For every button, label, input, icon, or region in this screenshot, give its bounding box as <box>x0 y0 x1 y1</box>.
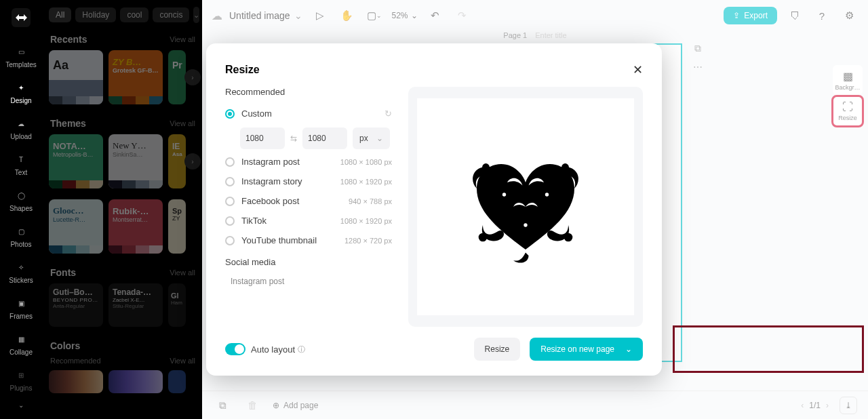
svg-point-6 <box>545 193 549 196</box>
preview-artwork <box>465 146 587 268</box>
colors-viewall[interactable]: View all <box>170 357 195 365</box>
option-youtube-thumb[interactable]: YouTube thumbnail1280 × 720 px <box>225 231 392 250</box>
resize-dialog: Resize ✕ Recommended Custom ↻ ⇆ px⌄ Inst… <box>206 43 662 376</box>
font-card[interactable]: Gl Ham <box>168 283 186 327</box>
chevron-down-icon: ⌄ <box>376 134 383 143</box>
chip-more[interactable]: ⌄ <box>193 7 199 23</box>
recent-card[interactable]: ZY B… Grotesk GF-B… <box>108 50 163 104</box>
chevron-right-icon: › <box>191 74 193 81</box>
nav-frames[interactable]: ▣Frames <box>0 291 42 327</box>
photos-icon: ▢ <box>14 224 28 238</box>
svg-point-7 <box>524 223 527 226</box>
close-button[interactable]: ✕ <box>633 62 643 77</box>
theme-card[interactable]: Rubik-… Montserrat… <box>108 199 163 254</box>
resize-preview <box>408 87 643 327</box>
app-logo[interactable] <box>9 5 33 30</box>
left-nav: ▭Templates ✦Design ☁Upload TText ◯Shapes… <box>0 0 42 419</box>
chip-all[interactable]: All <box>49 7 71 22</box>
frames-icon: ▣ <box>14 296 28 310</box>
nav-stickers[interactable]: ✧Stickers <box>0 255 42 291</box>
nav-templates[interactable]: ▭Templates <box>0 39 42 75</box>
upload-icon: ☁ <box>14 117 28 130</box>
info-icon[interactable]: ⓘ <box>298 344 305 355</box>
option-instagram-story[interactable]: Instagram story1080 × 1920 px <box>225 172 392 191</box>
design-panel: All Holiday cool concis ⌄ RecentsView al… <box>42 0 202 419</box>
nav-upload[interactable]: ☁Upload <box>0 111 42 147</box>
theme-card[interactable]: IE Asa <box>168 134 186 188</box>
chevron-right-icon: › <box>191 158 193 165</box>
nav-more[interactable]: ⌄ <box>18 401 24 409</box>
chevron-down-icon: ⌄ <box>193 11 199 20</box>
chip-concise[interactable]: concis <box>153 7 189 22</box>
auto-layout-label: Auto layoutⓘ <box>251 344 305 355</box>
section-themes-title: Themes <box>50 118 86 129</box>
colors-recommended-label: Recommended <box>50 357 101 365</box>
option-facebook-post[interactable]: Facebook post940 × 788 px <box>225 191 392 211</box>
nav-design[interactable]: ✦Design <box>0 75 42 111</box>
radio-icon <box>225 197 235 206</box>
text-icon: T <box>14 153 28 166</box>
resize-button[interactable]: Resize <box>474 338 521 361</box>
recommended-heading: Recommended <box>225 87 392 97</box>
plugins-icon: ⊞ <box>14 368 28 382</box>
option-instagram-post[interactable]: Instagram post1080 × 1080 px <box>225 152 392 172</box>
fonts-viewall[interactable]: View all <box>170 268 195 277</box>
chip-cool[interactable]: cool <box>120 7 149 22</box>
recents-viewall[interactable]: View all <box>170 35 195 43</box>
recent-card[interactable]: Pr <box>168 50 186 104</box>
templates-icon: ▭ <box>14 45 28 58</box>
close-icon: ✕ <box>633 63 643 77</box>
row-next-button[interactable]: › <box>184 69 201 85</box>
section-recents-title: Recents <box>50 34 87 45</box>
social-media-heading: Social media <box>225 257 392 267</box>
collage-icon: ▦ <box>14 332 28 346</box>
section-colors-title: Colors <box>50 340 80 351</box>
link-dimensions-icon[interactable]: ⇆ <box>290 134 297 143</box>
theme-card[interactable]: SpZY <box>168 199 186 254</box>
radio-icon <box>225 236 235 245</box>
color-card[interactable] <box>49 370 103 393</box>
width-input[interactable] <box>240 127 285 149</box>
nav-collage[interactable]: ▦Collage <box>0 327 42 363</box>
color-card[interactable] <box>108 370 163 393</box>
font-card[interactable]: Tenada-… Zacbel X-E… Stilu-Regular <box>108 283 163 327</box>
radio-icon <box>225 216 235 226</box>
recent-card[interactable]: Aa <box>49 50 103 104</box>
svg-point-1 <box>482 163 490 171</box>
resize-new-page-button[interactable]: Resize on new page⌄ <box>530 338 643 361</box>
svg-point-3 <box>479 233 488 242</box>
theme-card[interactable]: Glooc… Lucette-R… <box>49 199 103 254</box>
option-tiktok[interactable]: TikTok1080 × 1920 px <box>225 211 392 231</box>
radio-icon <box>225 109 235 119</box>
nav-plugins[interactable]: ⊞Plugins <box>0 363 42 399</box>
section-fonts-title: Fonts <box>50 267 76 278</box>
theme-card[interactable]: New Y… SinkinSa… <box>108 134 163 188</box>
themes-viewall[interactable]: View all <box>170 119 195 127</box>
reset-icon[interactable]: ↻ <box>384 108 392 119</box>
design-icon: ✦ <box>14 81 28 94</box>
color-card[interactable] <box>168 370 186 393</box>
nav-photos[interactable]: ▢Photos <box>0 219 42 255</box>
theme-card[interactable]: NOTA… Metropolis-B… <box>49 134 103 188</box>
unit-select[interactable]: px⌄ <box>353 127 390 149</box>
stickers-icon: ✧ <box>14 260 28 274</box>
chevron-down-icon: ⌄ <box>625 344 632 354</box>
chip-holiday[interactable]: Holiday <box>75 7 116 22</box>
nav-shapes[interactable]: ◯Shapes <box>0 183 42 219</box>
auto-layout-toggle[interactable] <box>225 343 245 355</box>
radio-icon <box>225 177 235 186</box>
row-next-button[interactable]: › <box>184 153 201 169</box>
radio-icon <box>225 157 235 167</box>
height-input[interactable] <box>302 127 347 149</box>
svg-point-2 <box>561 163 569 171</box>
dialog-title: Resize <box>225 64 260 76</box>
shapes-icon: ◯ <box>14 188 28 202</box>
social-instagram-post[interactable]: Instagram post <box>225 274 392 289</box>
svg-point-5 <box>502 193 506 196</box>
option-custom[interactable]: Custom ↻ <box>225 104 392 123</box>
font-card[interactable]: Guti–Bo… BEYOND PRO… Anta-Regular <box>49 283 103 327</box>
svg-point-4 <box>564 233 573 242</box>
nav-text[interactable]: TText <box>0 147 42 183</box>
